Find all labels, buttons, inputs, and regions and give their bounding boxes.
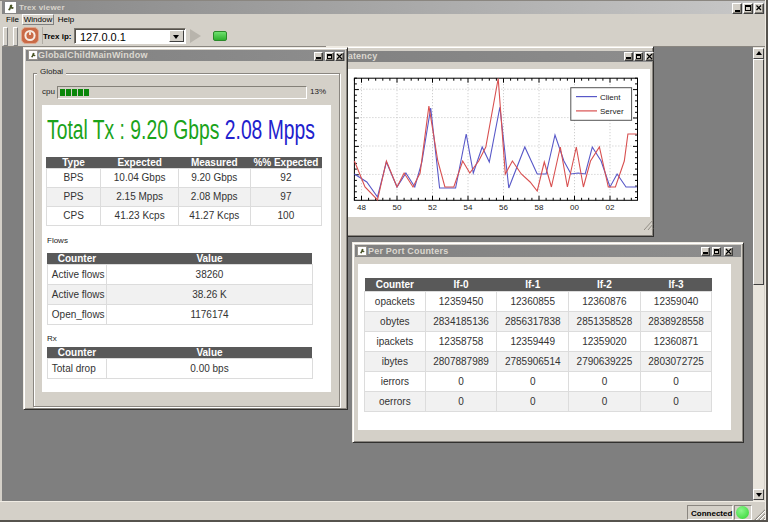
svg-text:Client: Client [600,93,621,102]
svg-text:54: 54 [464,203,473,212]
svg-text:00: 00 [570,203,579,212]
svg-text:52: 52 [428,203,437,212]
svg-text:56: 56 [499,203,508,212]
svg-text:02: 02 [606,203,615,212]
svg-text:48: 48 [357,203,366,212]
svg-text:58: 58 [535,203,544,212]
svg-text:Server: Server [600,107,624,116]
svg-text:50: 50 [393,203,402,212]
